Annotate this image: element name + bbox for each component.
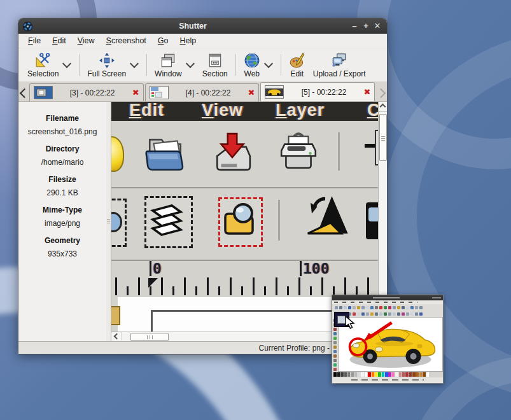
section-label: Section bbox=[202, 69, 228, 78]
selection-label: Selection bbox=[27, 69, 59, 78]
mini-window[interactable] bbox=[332, 295, 444, 384]
chevron-right-icon bbox=[376, 88, 386, 98]
tab-4-thumbnail bbox=[150, 86, 169, 99]
canvas-border-vertical bbox=[151, 310, 153, 332]
window-capture-icon bbox=[160, 52, 176, 69]
lightbulb-icon bbox=[111, 136, 124, 172]
current-profile-text: Current Profile: png - bbox=[259, 344, 330, 353]
selection-button[interactable]: Selection bbox=[24, 49, 62, 81]
menu-go[interactable]: Go bbox=[152, 35, 174, 46]
preview-toolbar-separator bbox=[278, 200, 280, 241]
edit-palette-icon bbox=[289, 52, 305, 69]
mini-window-controls bbox=[432, 297, 441, 298]
menu-view[interactable]: View bbox=[72, 35, 101, 46]
window-label: Window bbox=[155, 69, 182, 78]
mini-menu-text-placeholder bbox=[334, 302, 417, 303]
section-icon bbox=[207, 52, 223, 69]
geometry-value: 935x733 bbox=[18, 249, 106, 258]
desktop: { "desktop": { "base_color": "#5878a8" }… bbox=[0, 0, 511, 420]
fullscreen-label: Full Screen bbox=[87, 69, 126, 78]
selection-dropdown-chevron-icon[interactable] bbox=[62, 59, 71, 68]
ruler-minor-ticks bbox=[127, 286, 379, 295]
directory-label: Directory bbox=[18, 144, 106, 153]
tab-5-active[interactable]: [5] - 00:22:22 ✖ bbox=[260, 82, 375, 101]
vertical-scrollbar-thumb[interactable] bbox=[379, 114, 387, 161]
minimize-button[interactable]: – bbox=[349, 19, 360, 33]
toolbar-separator bbox=[79, 54, 80, 76]
upload-export-icon bbox=[331, 52, 347, 69]
mini-menu-bar bbox=[332, 300, 443, 304]
toolbar-separator bbox=[235, 54, 236, 76]
preview-toolbar-row2 bbox=[111, 188, 379, 261]
preview-menu-view: View bbox=[202, 102, 243, 120]
tab-4-close-icon[interactable]: ✖ bbox=[248, 88, 255, 97]
geometry-label: Geometry bbox=[18, 236, 106, 245]
tab-3-close-icon[interactable]: ✖ bbox=[132, 88, 139, 97]
menu-help[interactable]: Help bbox=[174, 35, 202, 46]
upload-export-button[interactable]: Upload / Export bbox=[309, 49, 370, 81]
print-icon bbox=[278, 131, 319, 173]
mimetype-label: Mime-Type bbox=[18, 206, 106, 214]
scroll-left-button[interactable] bbox=[111, 332, 122, 340]
edit-button[interactable]: Edit bbox=[285, 49, 309, 81]
menu-edit[interactable]: Edit bbox=[46, 35, 72, 46]
filename-value: screenshot_016.png bbox=[18, 127, 106, 136]
tab-scroll-left-button[interactable] bbox=[20, 85, 29, 101]
mini-toolbar-row1 bbox=[332, 304, 443, 311]
tab-5-label: [5] - 00:22:22 bbox=[284, 88, 363, 97]
selected-folder-search-tool-icon bbox=[218, 197, 263, 247]
tab-5-thumbnail bbox=[265, 85, 284, 99]
web-label: Web bbox=[244, 69, 260, 78]
directory-value: /home/mario bbox=[18, 158, 106, 167]
save-icon bbox=[212, 131, 253, 173]
chevron-up-icon bbox=[380, 104, 386, 110]
close-button[interactable]: ✕ bbox=[372, 19, 383, 33]
web-globe-icon bbox=[244, 52, 260, 69]
mini-title-text-placeholder bbox=[373, 297, 400, 298]
web-dropdown-chevron-icon[interactable] bbox=[264, 59, 273, 68]
open-folder-icon bbox=[144, 134, 186, 173]
shutter-logo-icon bbox=[22, 21, 33, 32]
chevron-left-icon bbox=[20, 88, 30, 98]
info-sidebar: Filename screenshot_016.png Directory /h… bbox=[18, 102, 106, 341]
rotate-tool-icon bbox=[297, 195, 353, 247]
upload-export-label: Upload / Export bbox=[313, 69, 366, 78]
preview-toolbar-row1 bbox=[111, 121, 379, 188]
web-button[interactable]: Web bbox=[240, 49, 264, 81]
tab-4-label: [4] - 00:22:22 bbox=[169, 88, 248, 97]
filesize-value: 290.1 KB bbox=[18, 188, 106, 197]
tab-3[interactable]: [3] - 00:22:22 ✖ bbox=[29, 83, 144, 101]
fullscreen-icon bbox=[99, 52, 115, 69]
tab-5-close-icon[interactable]: ✖ bbox=[364, 87, 371, 97]
window-button[interactable]: Window bbox=[151, 49, 186, 81]
tab-scroll-right-button[interactable] bbox=[376, 85, 386, 101]
mini-status-text-placeholder bbox=[351, 379, 424, 381]
fullscreen-button[interactable]: Full Screen bbox=[83, 49, 130, 81]
horizontal-scrollbar-thumb[interactable] bbox=[130, 333, 169, 341]
ruler-position-marker bbox=[148, 278, 158, 288]
toolbar-separator bbox=[146, 54, 147, 76]
main-toolbar: Selection Full Screen Window bbox=[18, 48, 387, 81]
filesize-label: Filesize bbox=[18, 175, 106, 184]
mini-title-bar[interactable] bbox=[332, 295, 443, 300]
menu-screenshot[interactable]: Screenshot bbox=[101, 35, 152, 46]
layers-tool-icon bbox=[144, 196, 193, 248]
mimetype-value: image/png bbox=[18, 219, 106, 228]
mini-status-bar bbox=[332, 377, 443, 383]
menu-file[interactable]: File bbox=[22, 35, 46, 46]
pane-divider[interactable] bbox=[106, 102, 111, 341]
preview-menubar-fragment: Edit View Layer C bbox=[111, 102, 379, 121]
maximize-button[interactable]: + bbox=[360, 19, 372, 33]
section-button[interactable]: Section bbox=[199, 49, 232, 81]
edit-label: Edit bbox=[290, 69, 304, 78]
tab-4[interactable]: [4] - 00:22:22 ✖ bbox=[145, 83, 260, 101]
tab-3-label: [3] - 00:22:22 bbox=[53, 88, 132, 97]
toolbar-separator bbox=[281, 54, 281, 76]
title-bar[interactable]: Shutter – + ✕ bbox=[18, 18, 387, 34]
mini-color-palette bbox=[332, 372, 443, 377]
scroll-up-button[interactable] bbox=[379, 102, 387, 112]
selection-icon bbox=[35, 52, 52, 69]
fullscreen-dropdown-chevron-icon[interactable] bbox=[130, 59, 139, 68]
preview-toolbar-separator bbox=[338, 132, 340, 171]
window-dropdown-chevron-icon[interactable] bbox=[186, 59, 195, 68]
